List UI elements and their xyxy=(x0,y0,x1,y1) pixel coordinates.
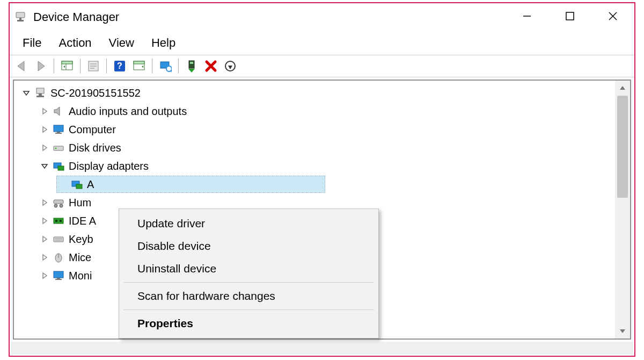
expander-closed-icon[interactable] xyxy=(39,233,50,245)
toolbar-separator xyxy=(178,59,179,74)
minimize-button[interactable] xyxy=(506,3,548,29)
tree-label: Computer xyxy=(69,124,116,136)
tree-label: Display adapters xyxy=(69,160,149,172)
expander-closed-icon[interactable] xyxy=(39,142,50,154)
menu-help[interactable]: Help xyxy=(143,33,184,53)
keyboard-icon xyxy=(52,232,65,246)
svg-rect-48 xyxy=(60,220,62,222)
svg-rect-43 xyxy=(54,200,63,204)
expander-closed-icon[interactable] xyxy=(39,124,50,135)
monitor-icon xyxy=(52,269,65,283)
tree-label: Moni xyxy=(69,270,92,282)
expander-closed-icon[interactable] xyxy=(39,251,50,263)
menu-file[interactable]: File xyxy=(14,33,50,53)
svg-text:?: ? xyxy=(117,61,122,70)
svg-rect-2 xyxy=(17,20,24,21)
display-adapter-icon xyxy=(70,177,84,191)
window-title: Device Manager xyxy=(33,10,119,24)
tree-root[interactable]: SC-201905151552 xyxy=(17,84,615,102)
context-update-driver[interactable]: Update driver xyxy=(119,212,378,235)
tree-label: A xyxy=(87,178,94,191)
svg-rect-30 xyxy=(36,88,44,93)
tree-label: IDE A xyxy=(69,215,96,227)
device-manager-window: Device Manager File Action View Help xyxy=(9,2,635,357)
context-disable-device[interactable]: Disable device xyxy=(119,235,378,257)
menu-view[interactable]: View xyxy=(100,33,143,53)
svg-marker-57 xyxy=(620,86,625,90)
tree-node-display-child[interactable]: A xyxy=(17,175,615,193)
svg-rect-34 xyxy=(54,125,63,132)
speaker-icon xyxy=(52,104,65,118)
help-button[interactable]: ? xyxy=(111,57,128,75)
back-button[interactable] xyxy=(13,57,30,75)
show-hide-tree-button[interactable] xyxy=(58,57,76,75)
svg-rect-0 xyxy=(16,12,25,18)
scroll-down-arrow[interactable] xyxy=(615,323,630,339)
update-driver-button[interactable] xyxy=(157,57,174,75)
monitor-icon xyxy=(52,123,65,136)
scroll-up-arrow[interactable] xyxy=(615,81,630,96)
svg-rect-35 xyxy=(57,132,60,133)
toolbar: ? xyxy=(10,55,634,77)
tree-label: SC-201905151552 xyxy=(50,87,141,99)
scroll-thumb[interactable] xyxy=(617,96,628,198)
svg-marker-58 xyxy=(620,329,625,333)
tree-label: Keyb xyxy=(69,233,93,246)
svg-marker-29 xyxy=(228,66,232,69)
context-uninstall-device[interactable]: Uninstall device xyxy=(119,257,378,280)
window-controls xyxy=(506,3,634,29)
expander-open-icon[interactable] xyxy=(39,160,50,172)
vertical-scrollbar[interactable] xyxy=(615,81,630,339)
svg-rect-54 xyxy=(54,271,63,278)
svg-rect-46 xyxy=(54,218,63,224)
close-button[interactable] xyxy=(591,3,634,29)
svg-marker-25 xyxy=(188,69,195,73)
context-scan-hardware[interactable]: Scan for hardware changes xyxy=(119,285,378,307)
svg-point-44 xyxy=(54,204,57,207)
toolbar-separator xyxy=(106,59,107,74)
svg-rect-56 xyxy=(55,279,62,280)
tree-node-computer[interactable]: Computer xyxy=(17,120,615,139)
display-adapter-icon xyxy=(52,159,65,173)
expander-closed-icon[interactable] xyxy=(39,270,50,282)
enable-device-button[interactable] xyxy=(183,57,200,75)
svg-rect-18 xyxy=(134,61,144,64)
tree-node-audio[interactable]: Audio inputs and outputs xyxy=(17,102,615,120)
tree-label: Audio inputs and outputs xyxy=(69,105,187,118)
forward-button[interactable] xyxy=(32,57,49,75)
status-bar xyxy=(11,342,633,355)
disable-device-button[interactable] xyxy=(222,57,239,75)
context-separator xyxy=(123,282,374,283)
tree-node-display[interactable]: Display adapters xyxy=(17,157,615,175)
svg-marker-33 xyxy=(54,107,60,116)
svg-rect-8 xyxy=(62,61,72,64)
disk-drive-icon xyxy=(52,141,65,155)
svg-rect-49 xyxy=(54,237,63,242)
expander-closed-icon[interactable] xyxy=(39,105,50,117)
menu-action[interactable]: Action xyxy=(50,33,100,53)
svg-rect-32 xyxy=(36,96,44,97)
expander-closed-icon[interactable] xyxy=(39,197,50,208)
svg-rect-47 xyxy=(55,220,57,222)
toolbar-separator xyxy=(80,59,80,74)
maximize-button[interactable] xyxy=(548,3,591,29)
toolbar-separator xyxy=(152,59,152,74)
svg-rect-36 xyxy=(55,133,62,134)
svg-point-45 xyxy=(60,204,63,207)
svg-rect-4 xyxy=(566,12,574,20)
svg-line-22 xyxy=(171,70,172,72)
context-properties[interactable]: Properties xyxy=(119,312,378,335)
scan-hardware-button[interactable] xyxy=(130,57,148,75)
tree-label: Disk drives xyxy=(69,142,121,154)
title-bar: Device Manager xyxy=(10,3,634,31)
uninstall-device-button[interactable] xyxy=(202,57,219,75)
menu-bar: File Action View Help xyxy=(10,31,634,55)
svg-rect-31 xyxy=(39,93,42,96)
svg-rect-1 xyxy=(19,18,21,20)
expander-open-icon[interactable] xyxy=(20,87,32,99)
svg-rect-24 xyxy=(190,62,193,64)
tree-node-disk[interactable]: Disk drives xyxy=(17,139,615,157)
expander-closed-icon[interactable] xyxy=(39,215,50,227)
properties-button[interactable] xyxy=(85,57,102,75)
context-separator xyxy=(123,309,374,310)
